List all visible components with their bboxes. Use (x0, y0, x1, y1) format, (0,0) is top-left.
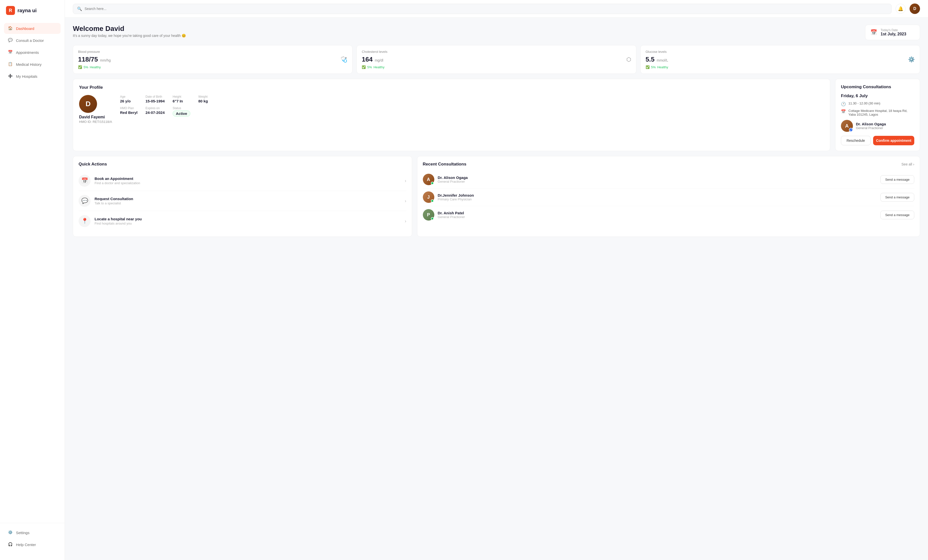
recent-header: Recent Consultations See all › (423, 162, 914, 167)
stat-card-cholesterol: Cholesterol levels 164 mg/dl ⬡ ✅ 5% Heal… (357, 45, 636, 74)
calendar-date-icon: 📅 (870, 29, 877, 36)
sidebar-bottom: ⚙️ Settings 🎧 Help Center (0, 523, 65, 554)
consult-specialty: General Practioner (438, 215, 465, 219)
online-indicator (431, 199, 434, 202)
plus-icon: ➕ (8, 74, 13, 79)
consult-avatar: J (423, 192, 434, 203)
consultation-item-1: J Dr.Jennifer Johnson Primary Care Physi… (423, 189, 914, 206)
sidebar-item-appointments[interactable]: 📅 Appointments (4, 47, 61, 58)
stat-label: Glucose levels (646, 50, 915, 53)
search-input[interactable] (85, 7, 887, 11)
upcoming-time-detail: 🕐 11.30 - 12.00 (30 min) (841, 102, 914, 107)
field-value: 24-07-2024 (145, 110, 165, 115)
trend-icon: ✅ (646, 65, 650, 69)
stat-card-glucose: Glucose levels 5.5 mmol/L ⚙️ ✅ 5% Health… (640, 45, 920, 74)
profile-card: Your Profile D David Fayemi HMO ID: RET/… (73, 79, 830, 151)
upcoming-date: Friday, 6 July (841, 93, 914, 99)
molecule-icon: ⬡ (626, 56, 631, 63)
consult-name: Dr. Anish Patel (438, 211, 465, 215)
stat-value: 5.5 (646, 56, 655, 63)
quick-item-title: Book an Appointment (95, 177, 140, 181)
date-card: 📅 Today's Date 1st July, 2023 (865, 25, 920, 40)
online-indicator (431, 217, 434, 220)
profile-field-expires: Expires on 24-07-2024 (145, 107, 165, 117)
date-label: Today's Date (881, 28, 906, 32)
clipboard-icon: 📋 (8, 62, 13, 67)
notifications-button[interactable]: 🔔 (896, 4, 905, 14)
quick-item-locate-hospital[interactable]: 📍 Locate a hospital near you Find hospit… (79, 211, 406, 231)
consult-specialty: Primary Care Physician (438, 197, 474, 201)
recent-section-title: Recent Consultations (423, 162, 467, 167)
search-icon: 🔍 (77, 6, 82, 11)
reschedule-button[interactable]: Reschedule (841, 136, 871, 145)
recent-consultations-card: Recent Consultations See all › A Dr. Ali… (417, 156, 920, 237)
welcome-text: Welcome David It's a sunny day today, we… (73, 25, 186, 38)
main-content: 🔍 🔔 D Welcome David It's a sunny day tod… (65, 0, 928, 560)
sidebar-item-label: Dashboard (16, 26, 34, 30)
sidebar-item-label: Appointments (16, 50, 39, 55)
quick-item-request-consultation[interactable]: 💬 Request Consultation Talk to a special… (79, 191, 406, 211)
logo-text: rayna ui (17, 8, 37, 14)
sidebar-item-settings[interactable]: ⚙️ Settings (4, 527, 61, 538)
sidebar-item-hospitals[interactable]: ➕ My Hospitals (4, 71, 61, 82)
avatar-placeholder: D (910, 3, 920, 14)
user-avatar[interactable]: D (910, 3, 920, 14)
calendar-icon: 📅 (8, 50, 13, 55)
field-label: Date of Birth (145, 95, 165, 99)
sidebar-item-label: Consult a Doctor (16, 38, 44, 43)
field-label: Weight (198, 95, 208, 99)
field-label: HMO Plan (120, 107, 137, 110)
stat-value-row: 118/75 mm/hg 🩺 (78, 56, 347, 63)
sidebar-item-medical-history[interactable]: 📋 Medical History (4, 59, 61, 70)
headset-icon: 🎧 (8, 542, 13, 547)
see-all-button[interactable]: See all › (902, 162, 914, 166)
stat-status: ✅ 5% Healthy (362, 65, 631, 69)
field-label: Status (172, 107, 190, 110)
send-message-button[interactable]: Send a message (880, 211, 914, 219)
upcoming-section-title: Upcoming Consultations (841, 84, 914, 90)
see-all-label: See all (902, 162, 912, 166)
date-value: 1st July, 2023 (881, 32, 906, 37)
sidebar-item-dashboard[interactable]: 🏠 Dashboard (4, 23, 61, 34)
stat-unit: mm/hg (100, 58, 111, 62)
page-content: Welcome David It's a sunny day today, we… (65, 18, 928, 244)
field-value: Red Beryl (120, 110, 137, 115)
stat-unit: mmol/L (656, 58, 668, 62)
profile-field-height: Height 6"7 In (172, 95, 190, 103)
send-message-button[interactable]: Send a message (880, 175, 914, 184)
consult-avatar: P (423, 209, 434, 221)
confirm-appointment-button[interactable]: Confirm appointment (873, 136, 914, 145)
quick-item-subtitle: Find a doctor and specialization (95, 181, 140, 185)
quick-actions-title: Quick Actions (79, 162, 406, 167)
quick-item-subtitle: Talk to a specialist (95, 201, 133, 205)
field-label: Expires on (145, 107, 165, 110)
sidebar-item-label: Help Center (16, 543, 36, 547)
profile-field-age: Age 26 y/o (120, 95, 137, 103)
chevron-right-icon: › (913, 162, 914, 166)
quick-item-book-appointment[interactable]: 📅 Book an Appointment Find a doctor and … (79, 171, 406, 191)
nav-items: 🏠 Dashboard 💬 Consult a Doctor 📅 Appoint… (0, 23, 65, 523)
sidebar-item-label: My Hospitals (16, 74, 37, 79)
field-label: Age (120, 95, 137, 99)
doctor-name: Dr. Alison Ogaga (856, 122, 886, 126)
quick-item-title: Request Consultation (95, 196, 133, 201)
consult-specialty: General Practioner (438, 180, 468, 183)
bottom-row: Quick Actions 📅 Book an Appointment Find… (73, 156, 920, 237)
map-pin-icon: 📍 (79, 215, 90, 227)
upcoming-consultations-card: Upcoming Consultations Friday, 6 July 🕐 … (835, 79, 920, 151)
trend-icon: ✅ (362, 65, 366, 69)
chevron-right-icon: › (405, 219, 406, 224)
logo-icon: R (6, 6, 15, 15)
sidebar: R rayna ui 🏠 Dashboard 💬 Consult a Docto… (0, 0, 65, 560)
field-label: Height (172, 95, 190, 99)
stats-row: Blood pressure 118/75 mm/hg 🩺 ✅ 5% Healt… (73, 45, 920, 74)
sidebar-item-consult[interactable]: 💬 Consult a Doctor (4, 35, 61, 46)
calendar-icon: 📅 (79, 175, 90, 187)
stat-value-row: 5.5 mmol/L ⚙️ (646, 56, 915, 63)
sidebar-item-help[interactable]: 🎧 Help Center (4, 539, 61, 550)
welcome-row: Welcome David It's a sunny day today, we… (73, 25, 920, 40)
middle-row: Your Profile D David Fayemi HMO ID: RET/… (73, 79, 920, 151)
search-bar[interactable]: 🔍 (73, 4, 891, 14)
send-message-button[interactable]: Send a message (880, 193, 914, 202)
field-value: 26 y/o (120, 99, 131, 103)
